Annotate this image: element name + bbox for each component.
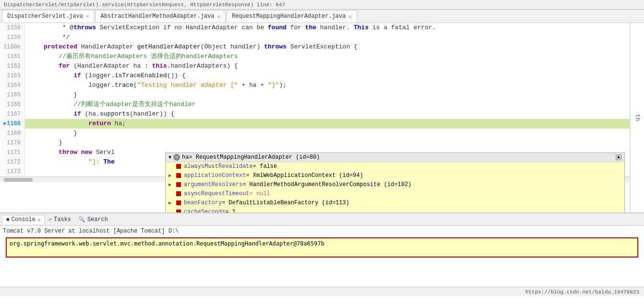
debug-item-1[interactable]: ▶ applicationContext = XmlWebApplication… [166,171,624,180]
table-row: 1164 logger.trace("Testing handler adapt… [0,81,630,90]
debug-console-box: org.springframework.web.servlet.mvc.meth… [6,237,638,258]
console-area: ■ Console ✕ ✓ Tasks 🔍 Search Tomcat v7.0… [0,212,644,296]
line-number: 1172 [0,157,25,167]
table-row: 1167 if (ha.supports(handler)) { [0,109,630,119]
debug-item-0[interactable]: alwaysMustRevalidate = false [166,162,624,171]
expand-icon-5 [169,210,175,213]
debug-key-0: alwaysMustRevalidate [184,163,253,170]
expand-icon-0 [169,164,175,169]
tab-dispatcher-close[interactable]: ✕ [86,13,89,19]
line-content: } [25,138,630,148]
field-icon-3 [175,190,182,197]
line-content: return ha; [25,119,630,129]
search-tab-label: Search [87,216,108,223]
debug-scrollbar-up[interactable]: ▲ [616,154,621,160]
line-number: 1160e [0,42,25,52]
tasks-tab-label: Tasks [54,216,71,223]
line-content: if (logger.isTraceEnabled()) { [25,71,630,81]
debug-val-4: = DefaultListableBeanFactory (id=113) [222,199,349,206]
field-icon-4 [175,199,182,206]
line-number: 1158 [0,23,25,33]
tab-tasks[interactable]: ✓ Tasks [45,215,75,224]
debug-key-1: applicationContext [184,172,246,179]
console-tabs: ■ Console ✕ ✓ Tasks 🔍 Search [0,213,644,226]
expand-icon-4[interactable]: ▶ [169,200,175,206]
app-window: DispatcherServlet/HttpServlet).service(H… [0,0,644,296]
line-content: //判断这个adapter是否支持这个handler [25,100,630,109]
debug-item-4[interactable]: ▶ beanFactory = DefaultListableBeanFacto… [166,199,624,208]
tab-console[interactable]: ■ Console ✕ [2,215,45,224]
field-icon-0 [175,163,182,170]
console-server-line: Tomcat v7.0 Server at localhost [Apache … [3,227,641,235]
top-bar: DispatcherServlet/HttpServlet).service(H… [0,0,644,10]
debug-tooltip: ▼ o ha= RequestMappingHandlerAdapter (id… [165,152,625,212]
table-row: 1162 for (HandlerAdapter ha : this.handl… [0,61,630,71]
debug-tooltip-expand-icon[interactable]: ▼ [169,155,171,160]
field-icon-1 [175,172,182,179]
tab-abstract-close[interactable]: ✕ [217,13,221,20]
debug-val-0: = false [253,163,277,170]
tab-requestmapping-label: RequestMappingHandlerAdapter.java [232,13,346,20]
line-number: 1163 [0,71,25,81]
debug-key-3: asyncRequestTimeout [184,190,249,197]
expand-icon-3 [169,191,175,197]
line-number: 1166 [0,100,25,109]
table-row: 1161 //遍历所有handlerAdapters 选择合适的handlerA… [0,52,630,61]
line-number: 1164 [0,81,25,90]
expand-icon-1[interactable]: ▶ [169,173,175,178]
debug-key-2: argumentResolvers [184,181,242,188]
console-close[interactable]: ✕ [37,217,41,223]
line-number: 1165 [0,90,25,100]
tab-dispatcher[interactable]: DispatcherServlet.java ✕ [2,10,94,23]
line-number: ►1168 [0,119,25,129]
h-scrollbar-thumb[interactable] [4,178,33,182]
tab-search[interactable]: 🔍 Search [75,215,112,224]
line-content: //遍历所有handlerAdapters 选择合适的handlerAdapte… [25,52,630,61]
status-url: https://blog.csdn.net/baidu_19479823 [525,289,639,295]
line-number: 1167 [0,109,25,119]
line-content: */ [25,33,630,42]
tab-dispatcher-label: DispatcherServlet.java [7,13,83,20]
table-row: 1158 * @throws ServletException if no Ha… [0,23,630,33]
line-number: 1159 [0,33,25,42]
debug-key-4: beanFactory [184,199,222,206]
tab-requestmapping-close[interactable]: ✕ [349,13,352,20]
tab-abstract-label: AbstractHandlerMethodAdapter.java [101,13,215,20]
line-content: for (HandlerAdapter ha : this.handlerAda… [25,61,630,71]
line-number: 1162 [0,61,25,71]
line-number: 1170 [0,138,25,148]
table-row: 1159 */ [0,33,630,42]
debug-val-2: = HandlerMethodArgumentResolverComposite… [242,181,411,188]
line-number: 1173 [0,167,25,176]
line-content: * @throws ServletException if no Handler… [25,23,630,33]
debug-key-5: cacheSeconds [184,209,225,212]
expand-icon-2[interactable]: ▶ [169,182,175,188]
field-icon-2 [175,181,182,188]
line-number: 1169 [0,129,25,138]
debug-val-1: = XmlWebApplicationContext (id=94) [246,172,363,179]
debug-item-2[interactable]: ▶ argumentResolvers = HandlerMethodArgum… [166,180,624,189]
table-row: 1166 //判断这个adapter是否支持这个handler [0,100,630,109]
line-number: 1161 [0,52,25,61]
top-bar-text: DispatcherServlet/HttpServlet).service(H… [4,2,285,8]
bottom-bar: https://blog.csdn.net/baidu_19479823 [0,287,644,296]
code-editor: 1158 * @throws ServletException if no Ha… [0,23,630,212]
table-row: 1165 } [0,90,630,100]
line-content: protected HandlerAdapter getHandlerAdapt… [25,42,630,52]
debug-tooltip-header: ▼ o ha= RequestMappingHandlerAdapter (id… [166,153,624,162]
tab-bar: DispatcherServlet.java ✕ AbstractHandler… [0,10,644,23]
debug-item-3[interactable]: asyncRequestTimeout = null [166,189,624,199]
debug-item-5[interactable]: cacheSeconds = 1 [166,208,624,212]
table-row: 1169 } [0,129,630,138]
debug-val-3: = null [249,190,270,197]
line-content: } [25,90,630,100]
editor-area: 1158 * @throws ServletException if no Ha… [0,23,644,212]
line-content: if (ha.supports(handler)) { [25,109,630,119]
tab-requestmapping[interactable]: RequestMappingHandlerAdapter.java ✕ [226,10,357,23]
search-icon: 🔍 [79,216,85,223]
console-tab-label: Console [11,216,35,223]
line-number: 1171 [0,148,25,157]
debug-obj-icon: o [173,154,180,161]
tab-abstract[interactable]: AbstractHandlerMethodAdapter.java ✕ [95,10,226,23]
scroll-up-btn[interactable]: ▲ [616,154,621,160]
